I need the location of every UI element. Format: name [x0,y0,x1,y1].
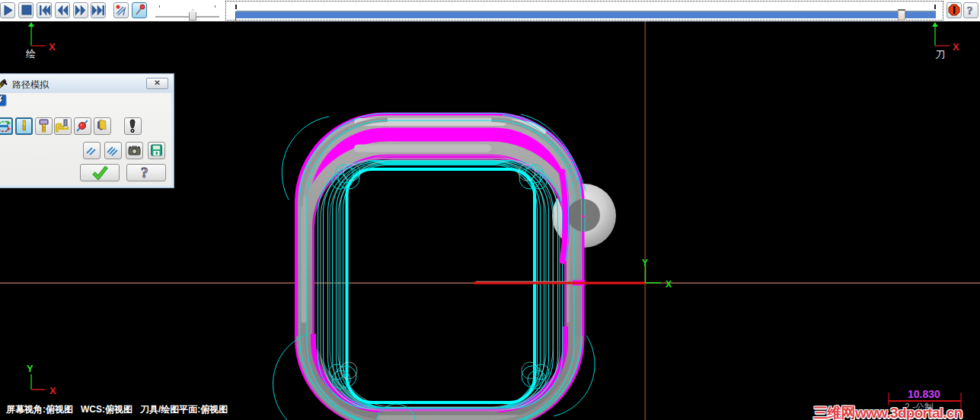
svg-text:绘: 绘 [26,48,36,59]
svg-text:Y: Y [642,258,648,268]
svg-text:?: ? [967,5,973,17]
svg-text:X: X [49,385,56,396]
svg-text:10.830: 10.830 [908,388,940,400]
svg-text:?: ? [141,165,148,181]
svg-text:刀: 刀 [935,49,945,60]
svg-text:Y: Y [27,363,34,374]
svg-text:X: X [953,41,959,53]
svg-text:X: X [666,279,672,290]
svg-text:X: X [49,41,56,53]
